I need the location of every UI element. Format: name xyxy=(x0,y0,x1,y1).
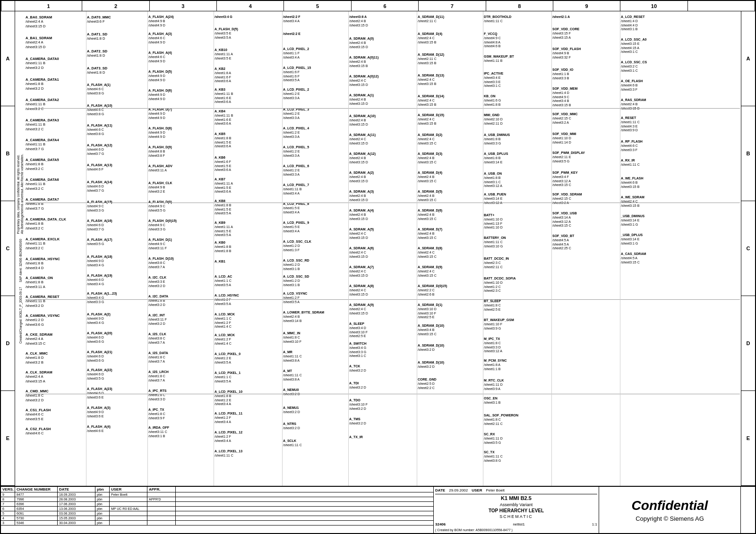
copyright-label: Copyright © Siemens AG xyxy=(636,515,704,522)
signal-LCD-PIXEL-12: A_LCD_PIXEL_12 /sheet1:2 F /sheet3:4 A xyxy=(215,431,242,443)
doc-title: K1 MMI B2.5 xyxy=(435,495,597,501)
hline-CD xyxy=(26,299,740,300)
rev-row-9: 9 8477 18.09.2003 pbn Peter Boelt xyxy=(1,492,433,497)
user-value: Peter Boelt xyxy=(486,488,505,492)
signal-NEMUO: A_NEMU0 /sheet3:2 D xyxy=(283,388,300,397)
signal-FLASH-A3-col3: A_FLASH_A(3) /sheet4:6 C /sheet4:9 D xyxy=(148,32,172,44)
signal-BATT-DCDC-IN: BATT_DCDC_IN /sheet2:3 C /sheet2:11 C xyxy=(484,257,509,269)
signal-SDRAM-D13: A_SDRAM_D(13) /sheet2:4 C /sheet3:15 B xyxy=(418,74,444,86)
signal-FLASH-A20: A_FLASH_A(20) /sheet4:6 D /sheet3:6 G xyxy=(87,331,112,344)
signal-LCD-SSC-SD: A_LCD_SSC_SD /sheet1:2 D /sheet3:1 B xyxy=(283,275,309,287)
bom-created-text: ( Created by BOM number: A5B00900110558-… xyxy=(435,528,597,532)
signal-FLASH-D7: A_FLASH_D(7) /sheet4:9 D /sheet4:9 D xyxy=(148,108,172,120)
signal-CAMERA-HSYNC: A_CAMERA_HSYNC /sheet1:8 B /sheet3:4 D xyxy=(26,257,60,270)
signal-A-RESET: A_RESET /sheet1:11 C /sheet4:3 E /sheet3… xyxy=(621,116,640,133)
signal-BATT: BATT+ /sheet1:10 D /sheet1:13 F /sheet1:… xyxy=(484,213,503,230)
created-changed-text: Created/Changed: 8OELT_P_2003-09-17 xyxy=(19,287,22,344)
signal-FLASH-A21: A_FLASH_A(21) /sheet4:6 D /sheet3:6 G xyxy=(87,350,112,363)
signal-A-LCD-RESET: A_LCD_RESET /sheet1:4 D /sheet4:4 D /she… xyxy=(621,15,645,32)
signal-KB4: A_KB4 /sheet1:11 B /sheet1:6 E /sheet3:6… xyxy=(215,110,233,126)
signal-KB3: A_KB3 /sheet1:11 B /sheet1:6 E /sheet3:6… xyxy=(215,88,233,104)
signal-IPC-TX: A_IPC_TX /sheet1:8 C /sheet3:9 F xyxy=(148,408,165,420)
signal-A-WE-FLASH: A_WE_FLASH /sheet4:6 B /sheet3:15 B xyxy=(621,177,643,189)
signal-BA1-SDRAM: A_BA1_SDRAM /sheet2:4 A /sheet3:15 D xyxy=(26,36,52,49)
signal-TCK: A_TCK /sheet3:2 D xyxy=(349,364,366,373)
signal-SDRAM-D7: A_SDRAM_D(7) /sheet2:4 B /sheet3:15 C xyxy=(418,228,442,240)
vline-8-9 xyxy=(551,11,552,486)
row-letters-right: A B C D E xyxy=(741,11,755,486)
signal-SAL-SOF-POWERON: SAL_SOF_POWERON /sheet1:8 C /sheet2:11 C xyxy=(484,414,518,426)
signal-sdram-col6-1: /sheet3:8 A /sheet2:4 B /sheet3:15 D xyxy=(349,15,368,27)
col-num-4: 4 xyxy=(217,1,284,11)
signal-GSM-WAKEUP-BT: GSM_WAKEUP_BT /sheet1:11 B xyxy=(484,55,514,63)
signal-FLASH-A1: A_FLASH_A(1) /sheet4:6 C /sheet3:8 G xyxy=(87,83,111,95)
signal-IPC-ACTIVE: IPC_ACTIVE /sheet3:4 E /sheet3:3 E /shee… xyxy=(484,72,503,88)
signal-SDRAM-A2: A_SDRAM_A(2) /sheet2:4 B /sheet3:15 D xyxy=(349,171,374,183)
signal-I2S-DATA: A_I2S_DATA /sheet1:8 C /sheet3:7 A xyxy=(148,351,168,364)
rev-row-4: 4 5730 15.05.2003 pbn xyxy=(1,516,433,521)
schematic-container: 1 2 3 4 5 6 7 8 9 10 A B C D E A B C D E… xyxy=(0,0,756,534)
signal-LCD-PIXEL-7: A_LCD_PIXEL_7 /sheet1:11 B /sheet3:4 A xyxy=(283,183,309,195)
signal-CORE-GND: CORE_GND /sheet2:5 D /sheet2:2 C xyxy=(418,378,437,390)
row-D-right: D xyxy=(741,296,755,391)
vline-2-3 xyxy=(147,11,148,486)
signal-LCD-PIXEL-4: A_LCD_PIXEL_4 /sheet1:2 E /sheet3:3 A xyxy=(283,127,309,139)
signal-KB7: A_KB7 /sheet1:11 A /sheet1:5 E /sheet3:6… xyxy=(215,178,233,194)
signal-SDRAM-A12: A_SDRAM_A(12) /sheet2:4 B /sheet3:15 D xyxy=(349,152,376,164)
signal-I2C-CLK: A_I2C_CLK /sheet3:3 E /sheet3:2 D xyxy=(148,276,166,288)
signal-SDRAM-D10-2: A_SDRAM_D(10) /sheet3:2 D xyxy=(418,344,444,352)
signal-KB2: A_KB2 /sheet1:8 A /sheet1:6 F /sheet3:6 … xyxy=(215,67,231,84)
signal-SOF-VDD-MMC: SOF_VDD_MMC /sheet2:15 C /sheet3:2 A xyxy=(552,112,578,125)
signal-TDO: A_TDO /sheet3:10 F /sheet3:2 D xyxy=(349,398,368,411)
signal-CAMERA-RESET: A_CAMERA_RESET /sheet1:11 B /sheet3:2 D xyxy=(26,295,60,308)
signal-SDRAM-A10: A_SDRAM_A(10) /sheet2:4 B /sheet3:15 D xyxy=(349,114,376,127)
signal-sheet3-4G: /sheet3:4 G xyxy=(215,15,232,19)
signal-CS1-FLASH: A_CS1_FLASH /sheet4:6 C /sheet3:5 E xyxy=(26,408,51,421)
signal-TX-IR: A_TX_IR xyxy=(349,435,363,440)
signal-NEMU1: A_NEMU1 /sheet3:2 D xyxy=(283,406,300,415)
col-corner-right xyxy=(688,1,755,11)
row-A-left: A xyxy=(1,11,15,106)
signal-SWITCH: A_SWITCH /sheet3:4 G /sheet3:3 G /sheet3… xyxy=(349,342,367,358)
col-num-8: 8 xyxy=(486,1,553,11)
signal-DAT0-MMC: A_DAT0_MMC /sheet3:6 F xyxy=(87,15,111,24)
signal-M-PCM-SYNC: M_PCM_SYNC /sheet1:8 A /sheet1:1 B xyxy=(484,359,507,371)
signal-LOWER-BYTE-SDRAM: A_LOWER_BYTE_SDRAM /sheet2:4 B /sheet3:1… xyxy=(283,311,324,323)
signal-M-RTC-CLK: M_RTC_CLK /sheet1:11 D /sheet3:9 A xyxy=(484,379,504,391)
revision-header-row: VERS. CHANGE NUMBER DATE pbn USER APPR. xyxy=(1,487,433,492)
signal-SOF-VDD-BT: SOF_VDD_BT /sheet4:5 A /sheet4:5 A /shee… xyxy=(552,234,574,251)
signal-FLASH-A24: A_FLASH_A(24) /sheet4:9 B /sheet4:9 D xyxy=(148,15,174,27)
signal-I2C-INT: A_I2C_INT /sheet3:11 F /sheet3:2 D xyxy=(148,314,167,326)
signal-IPC-RTS: A_IPC_RTS /sheet1:8 C /sheet3:3 D xyxy=(148,389,167,401)
row-E-left: E xyxy=(1,391,15,486)
signal-SDRAM-A9: A_SDRAM_A(9) /sheet2:4 C /sheet3:15 D xyxy=(349,303,374,315)
signal-FLASH-A11: A_FLASH_A(11) /sheet4:6 C /sheet3:8 G xyxy=(87,124,112,136)
row-B-left: B xyxy=(1,106,15,201)
signal-LCD-PIXEL-10: A_LCD_PIXEL_10 /sheet1:8 B /sheet1:2 E /… xyxy=(215,390,242,407)
signal-FLASH-D8: A_FLASH_D(8) /sheet4:9 D /sheet4:9 D xyxy=(148,127,172,139)
signal-A-USB-ON: A_USB_ON /sheet1:8 B /sheet3:1 C /sheet3… xyxy=(484,172,502,188)
signal-BATT-DCDC-SOFIA: BATT_DCDC_SOFIA /sheet1:10 D /sheet1:2 C… xyxy=(484,277,516,293)
signal-LCD-PIXEL-2: A_LCD_PIXEL_2 /sheet1:1 F /sheet3:4 A xyxy=(283,47,309,59)
signal-SOF-VDD-CORE: SOF_VDD_CORE /sheet3:15 F /sheet3:15 A xyxy=(552,27,579,40)
signal-LCD-PIXEL-3: A_LCD_PIXEL_3 /sheet1:2 E /sheet3:3 A xyxy=(283,108,309,120)
signal-SDRAM-A8: A_SDRAM_A(8) /sheet2:4 C /sheet3:15 D xyxy=(349,284,374,297)
signal-DAT1-SD: A_DAT1_SD /sheet1:8 D xyxy=(87,32,107,41)
signal-FLASH-A3: A_FLASH_A(3) /sheet4:9 D /sheet3:6 E xyxy=(87,406,111,418)
signal-A-RX-IR: A_RX_IR /sheet1:11 C xyxy=(621,159,640,167)
title-info-block: DATE 29.09.2002 USER Peter Boelt K1 MMI … xyxy=(434,487,599,533)
signal-SC-RX: SC_RX /sheet1:11 D /sheet3:5 G xyxy=(484,432,503,445)
signal-sheet2-2E: /sheet2:2 E xyxy=(283,32,301,36)
signal-CAMERA-DATA1: A_CAMERA_DATA1 /sheet1:8 B /sheet3:2 D xyxy=(26,77,59,91)
signal-FLASH-D5: A_FLASH_D(5) /sheet4:9 D /sheet4:9 D xyxy=(148,70,172,82)
rev-pbn-header: pbn xyxy=(95,487,110,492)
signal-KB10: A_KB10 /sheet1:11 A /sheet3:5 E xyxy=(215,48,233,60)
signal-FLASH-D1: A_FLASH_D(1) /sheet4:9 C /sheet3:11 F xyxy=(148,238,172,250)
signal-MMI-GND: MMI_GND /sheet2:10 D /sheet2:11 D xyxy=(484,113,503,126)
signal-A-CAS-SDRAM: A_CAS_SDRAM /sheet4:5 A /sheet3:15 C xyxy=(621,252,646,264)
signal-FLASH-A17: A_FLASH_A(17) /sheet3:5 G xyxy=(87,238,112,246)
column-numbers-row: 1 2 3 4 5 6 7 8 9 10 xyxy=(1,1,755,11)
signal-FLASH-A22: A_FLASH_A(22) /sheet4:6 D /sheet3:5 G xyxy=(87,368,112,381)
signal-CAMERA-DATA-CLK: A_CAMERA_DATA_CLK /sheet1:8 B /sheet3:2 … xyxy=(26,217,66,230)
signal-LCD-SSC-RD: A_LCD_SSC_RD /sheet1:2 D /sheet3:1 B xyxy=(283,259,309,271)
